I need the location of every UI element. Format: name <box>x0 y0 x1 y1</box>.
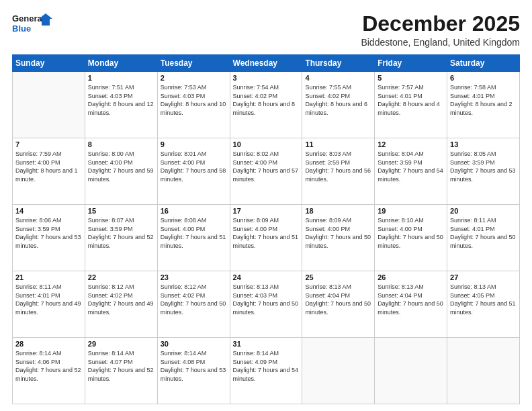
table-row: 7 Sunrise: 7:59 AMSunset: 4:00 PMDayligh… <box>13 138 85 205</box>
table-row: 25 Sunrise: 8:13 AMSunset: 4:04 PMDaylig… <box>302 271 375 338</box>
day-number: 20 <box>450 207 517 215</box>
cell-info: Sunrise: 8:07 AMSunset: 3:59 PMDaylight:… <box>88 216 154 250</box>
day-number: 2 <box>161 74 227 82</box>
logo: General Blue <box>12 12 52 36</box>
day-number: 28 <box>15 340 82 348</box>
cell-info: Sunrise: 8:09 AMSunset: 4:00 PMDaylight:… <box>233 216 300 250</box>
day-number: 17 <box>233 207 300 215</box>
calendar-week-row: 1 Sunrise: 7:51 AMSunset: 4:03 PMDayligh… <box>13 72 520 138</box>
cell-info: Sunrise: 8:13 AMSunset: 4:04 PMDaylight:… <box>378 283 444 316</box>
cell-info: Sunrise: 7:59 AMSunset: 4:00 PMDaylight:… <box>15 150 82 183</box>
day-number: 22 <box>88 273 154 281</box>
table-row: 30 Sunrise: 8:14 AMSunset: 4:08 PMDaylig… <box>157 338 230 404</box>
table-row: 13 Sunrise: 8:05 AMSunset: 3:59 PMDaylig… <box>447 138 520 205</box>
cell-info: Sunrise: 8:14 AMSunset: 4:08 PMDaylight:… <box>161 349 227 383</box>
table-row: 31 Sunrise: 8:14 AMSunset: 4:09 PMDaylig… <box>230 338 302 404</box>
table-row: 28 Sunrise: 8:14 AMSunset: 4:06 PMDaylig… <box>13 338 85 404</box>
calendar-week-row: 7 Sunrise: 7:59 AMSunset: 4:00 PMDayligh… <box>13 138 520 205</box>
table-row: 1 Sunrise: 7:51 AMSunset: 4:03 PMDayligh… <box>85 72 157 138</box>
day-number: 6 <box>450 74 517 82</box>
day-number: 19 <box>378 207 444 215</box>
table-row: 24 Sunrise: 8:13 AMSunset: 4:03 PMDaylig… <box>230 271 302 338</box>
cell-info: Sunrise: 8:11 AMSunset: 4:01 PMDaylight:… <box>450 216 517 250</box>
day-number: 14 <box>15 207 82 215</box>
table-row: 12 Sunrise: 8:04 AMSunset: 3:59 PMDaylig… <box>375 138 447 205</box>
day-number: 24 <box>233 273 300 281</box>
day-number: 27 <box>450 273 517 281</box>
day-number: 25 <box>305 273 371 281</box>
cell-info: Sunrise: 7:57 AMSunset: 4:01 PMDaylight:… <box>378 83 444 117</box>
day-number: 5 <box>378 74 444 82</box>
cell-info: Sunrise: 8:12 AMSunset: 4:02 PMDaylight:… <box>161 283 227 316</box>
table-row: 2 Sunrise: 7:53 AMSunset: 4:03 PMDayligh… <box>157 72 230 138</box>
day-number: 3 <box>233 74 300 82</box>
day-number: 1 <box>88 74 154 82</box>
cell-info: Sunrise: 8:14 AMSunset: 4:06 PMDaylight:… <box>15 349 82 383</box>
col-saturday: Saturday <box>447 55 520 72</box>
cell-info: Sunrise: 7:51 AMSunset: 4:03 PMDaylight:… <box>88 83 154 117</box>
day-number: 23 <box>161 273 227 281</box>
cell-info: Sunrise: 7:58 AMSunset: 4:01 PMDaylight:… <box>450 83 517 117</box>
cell-info: Sunrise: 8:13 AMSunset: 4:03 PMDaylight:… <box>233 283 300 316</box>
table-row: 20 Sunrise: 8:11 AMSunset: 4:01 PMDaylig… <box>447 205 520 271</box>
header: General Blue December 2025 Biddestone, E… <box>12 12 520 48</box>
col-tuesday: Tuesday <box>157 55 230 72</box>
cell-info: Sunrise: 7:55 AMSunset: 4:02 PMDaylight:… <box>305 83 371 117</box>
table-row: 16 Sunrise: 8:08 AMSunset: 4:00 PMDaylig… <box>157 205 230 271</box>
day-number: 15 <box>88 207 154 215</box>
day-number: 4 <box>305 74 371 82</box>
cell-info: Sunrise: 8:02 AMSunset: 4:00 PMDaylight:… <box>233 150 300 183</box>
logo-svg: General Blue <box>12 12 52 36</box>
day-number: 29 <box>88 340 154 348</box>
location: Biddestone, England, United Kingdom <box>361 37 520 48</box>
cell-info: Sunrise: 8:11 AMSunset: 4:01 PMDaylight:… <box>15 283 82 316</box>
day-number: 10 <box>233 140 300 148</box>
table-row: 14 Sunrise: 8:06 AMSunset: 3:59 PMDaylig… <box>13 205 85 271</box>
cell-info: Sunrise: 8:14 AMSunset: 4:07 PMDaylight:… <box>88 349 154 383</box>
table-row: 22 Sunrise: 8:12 AMSunset: 4:02 PMDaylig… <box>85 271 157 338</box>
cell-info: Sunrise: 7:54 AMSunset: 4:02 PMDaylight:… <box>233 83 300 117</box>
day-number: 31 <box>233 340 300 348</box>
table-row: 5 Sunrise: 7:57 AMSunset: 4:01 PMDayligh… <box>375 72 447 138</box>
cell-info: Sunrise: 8:06 AMSunset: 3:59 PMDaylight:… <box>15 216 82 250</box>
day-number: 16 <box>161 207 227 215</box>
table-row: 11 Sunrise: 8:03 AMSunset: 3:59 PMDaylig… <box>302 138 375 205</box>
day-number: 13 <box>450 140 517 148</box>
table-row: 19 Sunrise: 8:10 AMSunset: 4:00 PMDaylig… <box>375 205 447 271</box>
day-number: 12 <box>378 140 444 148</box>
day-number: 21 <box>15 273 82 281</box>
cell-info: Sunrise: 8:00 AMSunset: 4:00 PMDaylight:… <box>88 150 154 183</box>
day-number: 8 <box>88 140 154 148</box>
calendar-table: Sunday Monday Tuesday Wednesday Thursday… <box>12 54 520 404</box>
page: General Blue December 2025 Biddestone, E… <box>0 0 532 411</box>
day-number: 26 <box>378 273 444 281</box>
cell-info: Sunrise: 8:09 AMSunset: 4:00 PMDaylight:… <box>305 216 371 250</box>
table-row: 9 Sunrise: 8:01 AMSunset: 4:00 PMDayligh… <box>157 138 230 205</box>
cell-info: Sunrise: 8:04 AMSunset: 3:59 PMDaylight:… <box>378 150 444 183</box>
day-number: 11 <box>305 140 371 148</box>
day-number: 18 <box>305 207 371 215</box>
cell-info: Sunrise: 8:08 AMSunset: 4:00 PMDaylight:… <box>161 216 227 250</box>
table-row: 8 Sunrise: 8:00 AMSunset: 4:00 PMDayligh… <box>85 138 157 205</box>
table-row: 23 Sunrise: 8:12 AMSunset: 4:02 PMDaylig… <box>157 271 230 338</box>
calendar-week-row: 14 Sunrise: 8:06 AMSunset: 3:59 PMDaylig… <box>13 205 520 271</box>
cell-info: Sunrise: 8:10 AMSunset: 4:00 PMDaylight:… <box>378 216 444 250</box>
cell-info: Sunrise: 7:53 AMSunset: 4:03 PMDaylight:… <box>161 83 227 117</box>
day-number: 9 <box>161 140 227 148</box>
table-row <box>447 338 520 404</box>
cell-info: Sunrise: 8:13 AMSunset: 4:05 PMDaylight:… <box>450 283 517 316</box>
svg-text:Blue: Blue <box>12 24 31 34</box>
table-row: 18 Sunrise: 8:09 AMSunset: 4:00 PMDaylig… <box>302 205 375 271</box>
table-row <box>375 338 447 404</box>
day-number: 7 <box>15 140 82 148</box>
col-wednesday: Wednesday <box>230 55 302 72</box>
table-row: 15 Sunrise: 8:07 AMSunset: 3:59 PMDaylig… <box>85 205 157 271</box>
cell-info: Sunrise: 8:05 AMSunset: 3:59 PMDaylight:… <box>450 150 517 183</box>
calendar-week-row: 28 Sunrise: 8:14 AMSunset: 4:06 PMDaylig… <box>13 338 520 404</box>
title-block: December 2025 Biddestone, England, Unite… <box>361 12 520 48</box>
table-row <box>302 338 375 404</box>
col-monday: Monday <box>85 55 157 72</box>
table-row: 29 Sunrise: 8:14 AMSunset: 4:07 PMDaylig… <box>85 338 157 404</box>
cell-info: Sunrise: 8:13 AMSunset: 4:04 PMDaylight:… <box>305 283 371 316</box>
col-sunday: Sunday <box>13 55 85 72</box>
